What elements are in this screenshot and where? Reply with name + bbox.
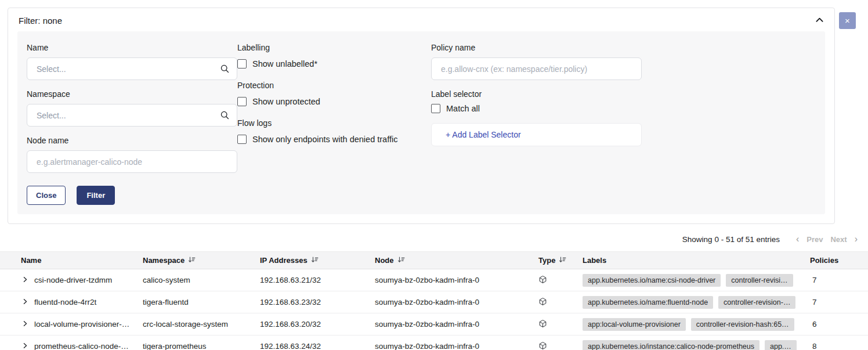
table-row: fluentd-node-4rr2t tigera-fluentd 192.16… [0, 291, 868, 313]
namespace-field-label: Namespace [27, 89, 237, 99]
endpoint-node: soumya-bz-0zbo-kadm-infra-0 [375, 320, 538, 329]
denied-traffic-label: Show only endpoints with denied traffic [252, 135, 397, 144]
expand-row-button[interactable] [22, 320, 28, 329]
column-header-labels: Labels [583, 256, 810, 265]
pager: ‹ Prev Next › [796, 234, 858, 244]
table-header-row: Name Namespace IP Addresses Node Type La… [0, 251, 868, 269]
show-unprotected-label: Show unprotected [252, 97, 320, 106]
column-header-ip-addresses[interactable]: IP Addresses [260, 256, 375, 265]
column-header-name: Name [0, 256, 143, 265]
name-field-label: Name [27, 43, 237, 52]
label-chip: app.… [765, 340, 797, 350]
label-chip: controller-revisi… [726, 274, 793, 287]
policies-count: 7 [810, 276, 868, 284]
flow-logs-heading: Flow logs [237, 118, 431, 128]
node-name-field-label: Node name [27, 136, 237, 145]
label-selector-heading: Label selector [431, 89, 642, 99]
next-arrow-icon[interactable]: › [855, 234, 858, 244]
endpoint-node: soumya-bz-0zbo-kadm-infra-0 [375, 298, 538, 306]
endpoint-ip: 192.168.63.21/32 [260, 276, 375, 284]
prev-button[interactable]: Prev [806, 235, 823, 244]
protection-heading: Protection [237, 81, 431, 90]
endpoint-name: local-volume-provisioner-… [34, 320, 129, 329]
filter-form: Name Namespace Node name [17, 31, 825, 214]
filter-button[interactable]: Filter [77, 186, 115, 205]
endpoint-namespace: crc-local-storage-system [143, 320, 260, 329]
table-row: local-volume-provisioner-… crc-local-sto… [0, 313, 868, 335]
filter-form-column-2: Labelling Show unlabelled* Protection Sh… [237, 43, 431, 205]
match-all-option[interactable]: Match all [431, 104, 642, 113]
sort-icon[interactable] [311, 256, 319, 265]
column-header-namespace[interactable]: Namespace [143, 256, 260, 265]
endpoint-namespace: tigera-prometheus [143, 342, 260, 350]
policy-name-field-label: Policy name [431, 43, 642, 52]
endpoint-node: soumya-bz-0zbo-kadm-infra-0 [375, 342, 538, 350]
chevron-right-icon [22, 320, 28, 329]
name-select-input[interactable] [27, 57, 237, 80]
chevron-right-icon [22, 276, 28, 284]
table-row: prometheus-calico-node-… tigera-promethe… [0, 335, 868, 350]
sort-icon[interactable] [559, 256, 566, 265]
add-label-selector-button[interactable]: + Add Label Selector [431, 123, 642, 146]
policies-count: 8 [810, 342, 868, 350]
filter-title: Filter: none [19, 16, 62, 26]
label-chip: controller-revision-hash:65… [691, 318, 794, 331]
label-chip: app.kubernetes.io/name:csi-node-driver [583, 274, 721, 287]
show-unlabelled-checkbox[interactable] [237, 59, 247, 68]
prev-arrow-icon[interactable]: ‹ [796, 234, 799, 244]
entries-summary: Showing 0 - 51 of 51 entries [682, 235, 780, 244]
endpoint-name: prometheus-calico-node-… [34, 342, 129, 350]
filter-form-column-1: Name Namespace Node name [27, 43, 237, 205]
denied-traffic-checkbox[interactable] [237, 135, 247, 144]
namespace-select-input[interactable] [27, 104, 237, 127]
endpoint-name: csi-node-driver-tzdmm [34, 276, 112, 284]
next-button[interactable]: Next [830, 235, 847, 244]
show-unprotected-checkbox[interactable] [237, 97, 247, 106]
expand-row-button[interactable] [22, 276, 28, 284]
column-header-type[interactable]: Type [538, 256, 583, 265]
endpoints-table: Name Namespace IP Addresses Node Type La… [0, 251, 868, 350]
workload-endpoint-icon [538, 341, 547, 350]
workload-endpoint-icon [538, 297, 547, 308]
workload-endpoint-icon [538, 319, 547, 330]
close-button[interactable]: Close [27, 186, 66, 205]
endpoint-namespace: calico-system [143, 276, 260, 284]
chevron-right-icon [22, 298, 28, 306]
sort-icon[interactable] [397, 256, 405, 265]
filter-panel-header: Filter: none [17, 16, 825, 26]
dismiss-panel-button[interactable]: × [839, 12, 856, 29]
column-header-policies: Policies [810, 256, 868, 265]
endpoint-namespace: tigera-fluentd [143, 298, 260, 306]
show-unlabelled-label: Show unlabelled* [252, 59, 317, 68]
chevron-right-icon [22, 342, 28, 350]
workload-endpoint-icon [538, 275, 547, 286]
match-all-checkbox[interactable] [431, 104, 440, 113]
expand-row-button[interactable] [22, 298, 28, 306]
pagination-row: Showing 0 - 51 of 51 entries ‹ Prev Next… [0, 224, 868, 251]
filter-form-column-3: Policy name Label selector Match all + A… [431, 43, 642, 205]
show-unprotected-option[interactable]: Show unprotected [237, 97, 431, 106]
endpoint-ip: 192.168.63.20/32 [260, 320, 375, 329]
close-icon: × [845, 16, 850, 25]
sort-icon[interactable] [188, 256, 196, 265]
label-chip: controller-revision-… [718, 296, 795, 309]
collapse-panel-button[interactable] [815, 16, 824, 26]
expand-row-button[interactable] [22, 342, 28, 350]
match-all-label: Match all [446, 104, 480, 113]
policies-count: 6 [810, 320, 868, 329]
endpoint-ip: 192.168.63.23/32 [260, 298, 375, 306]
denied-traffic-option[interactable]: Show only endpoints with denied traffic [237, 135, 431, 144]
column-header-node[interactable]: Node [375, 256, 538, 265]
labelling-heading: Labelling [237, 43, 431, 52]
policies-count: 7 [810, 298, 868, 306]
policy-name-input[interactable] [431, 57, 642, 80]
filter-area: Filter: none Name Names [0, 0, 868, 224]
endpoint-ip: 192.168.63.24/32 [260, 342, 375, 350]
node-name-input[interactable] [27, 150, 237, 173]
label-chip: app:local-volume-provisioner [583, 318, 686, 331]
label-chip: app.kubernetes.io/instance:calico-node-p… [583, 340, 760, 350]
label-chip: app.kubernetes.io/name:fluentd-node [583, 296, 713, 309]
show-unlabelled-option[interactable]: Show unlabelled* [237, 59, 431, 68]
chevron-up-icon [815, 16, 824, 26]
table-row: csi-node-driver-tzdmm calico-system 192.… [0, 269, 868, 291]
